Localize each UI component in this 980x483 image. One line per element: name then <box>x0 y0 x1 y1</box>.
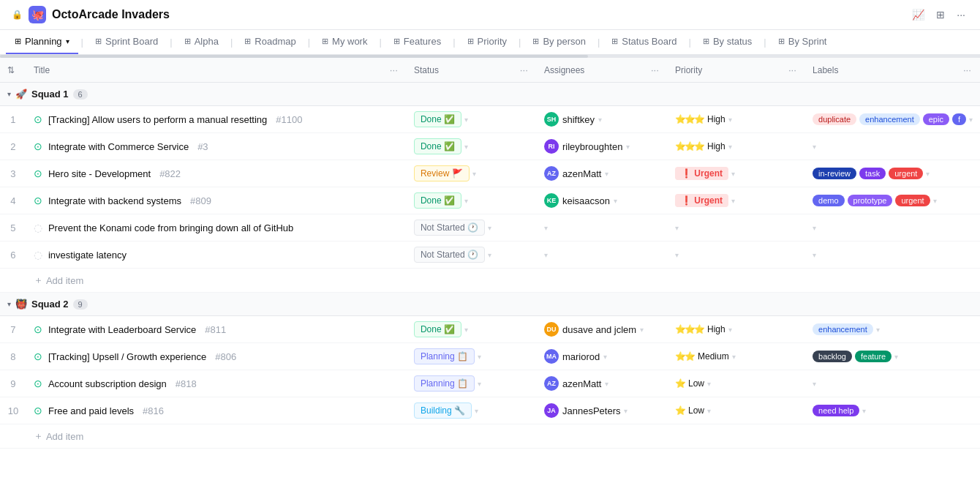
assignee-arrow-3[interactable]: ▾ <box>605 170 608 178</box>
assignee-arrow-5[interactable]: ▾ <box>544 224 548 232</box>
priority-cell-td-6: ▾ <box>668 242 805 269</box>
task-title-2[interactable]: Integrate with Commerce Service <box>48 141 189 152</box>
tab-features[interactable]: ⊞ Features <box>385 30 450 54</box>
status-badge-7[interactable]: Done ✅ <box>414 321 461 337</box>
group-expand-btn-squad1[interactable]: ▾ <box>7 90 11 98</box>
status-arrow-8[interactable]: ▾ <box>478 353 481 361</box>
tab-planning[interactable]: ⊞ Planning ▾ <box>6 30 78 54</box>
assignees-col-more-button[interactable]: ··· <box>649 63 660 77</box>
status-arrow-6[interactable]: ▾ <box>488 251 491 259</box>
avatar-8: MA <box>544 349 559 364</box>
chart-icon-button[interactable]: 📈 <box>909 6 927 23</box>
task-title-6[interactable]: investigate latency <box>48 250 127 261</box>
tab-my-work[interactable]: ⊞ My work <box>313 30 376 54</box>
table-row: 10 ⊙ Free and paid levels #816 Building … <box>0 397 980 424</box>
status-badge-8[interactable]: Planning 📋 <box>414 348 475 364</box>
add-item-button-squad1[interactable]: ＋ Add item <box>34 274 83 287</box>
table-wrapper[interactable]: ⇅ Title ··· Status ··· Assignee <box>0 58 980 453</box>
tab-by-sprint[interactable]: ⊞ By Sprint <box>769 30 836 54</box>
task-title-7[interactable]: Integrate with Leaderboard Service <box>48 324 196 335</box>
status-badge-6[interactable]: Not Started 🕐 <box>414 247 485 263</box>
assignee-arrow-4[interactable]: ▾ <box>614 197 617 205</box>
priority-arrow-10[interactable]: ▾ <box>707 407 711 415</box>
status-badge-10[interactable]: Building 🔧 <box>414 402 472 419</box>
priority-cell-7: ⭐⭐⭐ High <box>675 324 725 334</box>
status-arrow-9[interactable]: ▾ <box>478 380 481 388</box>
task-title-8[interactable]: [Tracking] Upsell / Growth experience <box>48 351 206 362</box>
assignee-arrow-1[interactable]: ▾ <box>598 116 602 124</box>
status-badge-4[interactable]: Done ✅ <box>414 192 461 209</box>
more-options-button[interactable]: ··· <box>954 6 968 23</box>
priority-arrow-4[interactable]: ▾ <box>731 197 735 205</box>
tab-priority[interactable]: ⊞ Priority <box>459 30 516 54</box>
tab-roadmap[interactable]: ⊞ Roadmap <box>235 30 304 54</box>
status-arrow-3[interactable]: ▾ <box>472 170 476 178</box>
labels-arrow-8[interactable]: ▾ <box>894 353 898 361</box>
labels-arrow-4[interactable]: ▾ <box>933 197 937 205</box>
status-arrow-7[interactable]: ▾ <box>464 326 468 334</box>
task-title-1[interactable]: [Tracking] Allow users to perform a manu… <box>48 114 267 125</box>
planning-tab-arrow[interactable]: ▾ <box>66 37 69 45</box>
priority-arrow-3[interactable]: ▾ <box>731 170 735 178</box>
status-arrow-1[interactable]: ▾ <box>464 116 468 124</box>
sort-icon[interactable]: ⇅ <box>7 65 15 75</box>
title-col-more-button[interactable]: ··· <box>388 63 399 77</box>
tab-by-status[interactable]: ⊞ By status <box>694 30 761 54</box>
status-arrow-5[interactable]: ▾ <box>488 224 491 232</box>
priority-arrow-8[interactable]: ▾ <box>732 353 736 361</box>
label-urgent: urgent <box>895 195 930 206</box>
status-arrow-2[interactable]: ▾ <box>464 143 468 151</box>
group-count-squad1: 6 <box>73 89 88 100</box>
status-badge-3[interactable]: Review 🚩 <box>414 165 470 181</box>
task-title-5[interactable]: Prevent the Konami code from bringing do… <box>48 222 293 233</box>
title-cell-6: ◌ investigate latency <box>26 242 407 269</box>
status-badge-9[interactable]: Planning 📋 <box>414 375 475 392</box>
priority-arrow-9[interactable]: ▾ <box>707 380 711 388</box>
labels-arrow-7[interactable]: ▾ <box>876 326 880 334</box>
status-badge-1[interactable]: Done ✅ <box>414 111 461 127</box>
assignee-arrow-9[interactable]: ▾ <box>605 380 608 388</box>
priority-arrow-6[interactable]: ▾ <box>675 251 679 259</box>
labels-arrow-6[interactable]: ▾ <box>813 251 816 259</box>
labels-arrow-1[interactable]: ▾ <box>969 116 973 124</box>
task-title-9[interactable]: Account subscription design <box>48 378 167 389</box>
labels-arrow-2[interactable]: ▾ <box>813 143 816 151</box>
assignee-arrow-7[interactable]: ▾ <box>640 326 644 334</box>
title-cell-1: ⊙ [Tracking] Allow users to perform a ma… <box>26 106 407 133</box>
assignee-cell-9: AZ azenMatt ▾ <box>544 376 660 391</box>
assignee-arrow-6[interactable]: ▾ <box>544 251 548 259</box>
task-title-10[interactable]: Free and paid levels <box>48 405 134 416</box>
status-arrow-10[interactable]: ▾ <box>475 407 478 415</box>
status-arrow-4[interactable]: ▾ <box>464 197 468 205</box>
avatar-2: RI <box>544 139 559 154</box>
assignee-arrow-8[interactable]: ▾ <box>603 353 607 361</box>
labels-arrow-9[interactable]: ▾ <box>813 380 816 388</box>
tab-status-board[interactable]: ⊞ Status Board <box>603 30 685 54</box>
priority-col-more-button[interactable]: ··· <box>787 63 798 77</box>
status-badge-2[interactable]: Done ✅ <box>414 138 461 154</box>
grid-icon-button[interactable]: ⊞ <box>933 6 948 23</box>
task-title-3[interactable]: Hero site - Development <box>48 168 151 179</box>
priority-arrow-7[interactable]: ▾ <box>728 326 732 334</box>
status-col-more-button[interactable]: ··· <box>519 63 529 77</box>
add-item-button-squad2[interactable]: ＋ Add item <box>34 430 83 443</box>
priority-cell-1: ⭐⭐⭐ High <box>675 114 725 124</box>
group-expand-btn-squad2[interactable]: ▾ <box>7 300 11 308</box>
done-icon: ⊙ <box>34 323 42 335</box>
assignee-arrow-2[interactable]: ▾ <box>626 143 630 151</box>
priority-arrow-5[interactable]: ▾ <box>675 224 679 232</box>
labels-arrow-5[interactable]: ▾ <box>813 224 816 232</box>
tab-sprint-board[interactable]: ⊞ Sprint Board <box>86 30 167 54</box>
status-badge-5[interactable]: Not Started 🕐 <box>414 220 485 236</box>
priority-arrow-2[interactable]: ▾ <box>728 143 732 151</box>
tab-alpha[interactable]: ⊞ Alpha <box>176 30 227 54</box>
labels-arrow-10[interactable]: ▾ <box>862 407 866 415</box>
labels-arrow-3[interactable]: ▾ <box>926 170 930 178</box>
task-title-4[interactable]: Integrate with backend systems <box>48 195 181 206</box>
pending-icon: ◌ <box>34 222 42 233</box>
tab-by-person[interactable]: ⊞ By person <box>524 30 595 54</box>
priority-arrow-1[interactable]: ▾ <box>728 116 732 124</box>
assignee-arrow-10[interactable]: ▾ <box>624 407 627 415</box>
status-cell-5: Not Started 🕐 ▾ <box>407 214 537 242</box>
labels-col-more-button[interactable]: ··· <box>962 63 973 77</box>
